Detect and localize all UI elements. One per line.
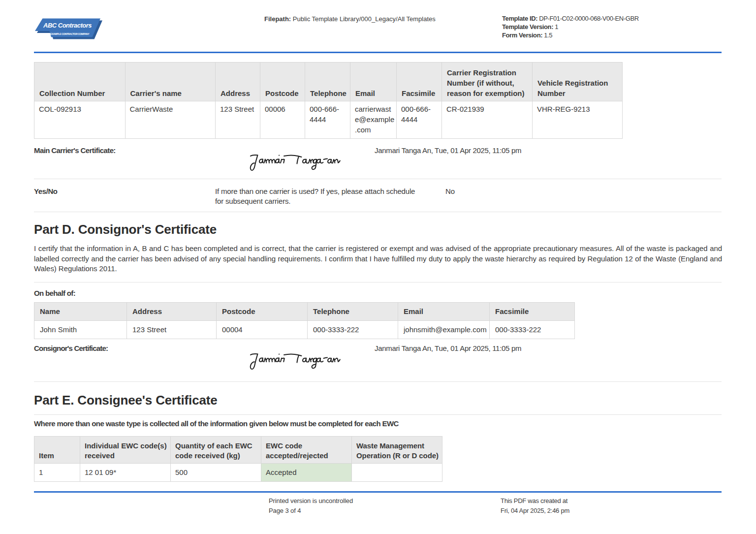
svg-text:ABC Contractors: ABC Contractors bbox=[43, 22, 92, 29]
svg-text:EXAMPLE CONTRACTOR COMPANY: EXAMPLE CONTRACTOR COMPANY bbox=[50, 32, 90, 35]
